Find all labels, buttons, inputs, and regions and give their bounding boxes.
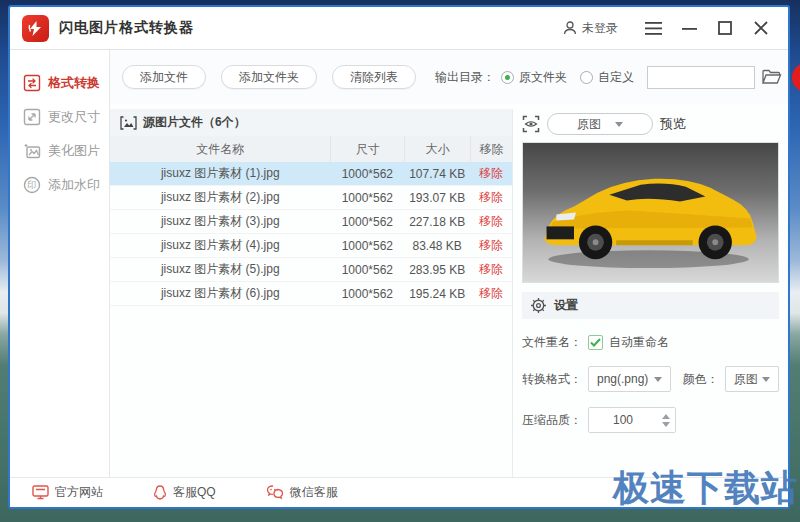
footer-link-label: 官方网站 — [55, 484, 103, 501]
output-custom-radio[interactable]: 自定义 — [580, 69, 634, 86]
table-row[interactable]: jisuxz 图片素材 (4).jpg 1000*562 83.48 KB 移除 — [110, 234, 512, 258]
footer-link-label: 客服QQ — [173, 484, 216, 501]
settings-title: 设置 — [554, 297, 578, 314]
file-dimensions: 1000*562 — [330, 282, 404, 305]
column-dimensions: 尺寸 — [330, 136, 404, 162]
add-folder-button[interactable]: 添加文件夹 — [221, 65, 317, 89]
column-remove: 移除 — [470, 136, 512, 162]
file-name: jisuxz 图片素材 (6).jpg — [110, 282, 330, 305]
minimize-button[interactable] — [674, 15, 704, 41]
settings-header: 设置 — [522, 292, 779, 319]
quality-stepper — [588, 407, 676, 433]
remove-link[interactable]: 移除 — [479, 285, 503, 302]
file-size: 227.18 KB — [404, 210, 470, 233]
chevron-down-icon — [654, 377, 662, 382]
color-select[interactable]: 原图 — [725, 366, 779, 392]
color-value: 原图 — [734, 371, 758, 388]
qq-icon — [153, 485, 167, 501]
file-dimensions: 1000*562 — [330, 186, 404, 209]
maximize-button[interactable] — [710, 15, 740, 41]
source-files-header: 源图片文件（6个） — [110, 109, 512, 136]
file-size: 107.74 KB — [404, 162, 470, 185]
add-file-button[interactable]: 添加文件 — [122, 65, 206, 89]
remove-link[interactable]: 移除 — [479, 261, 503, 278]
start-convert-button[interactable]: 开始转换 — [792, 63, 800, 92]
output-path-input[interactable] — [647, 66, 755, 89]
chevron-down-icon — [762, 377, 770, 382]
file-name: jisuxz 图片素材 (5).jpg — [110, 258, 330, 281]
sidebar-item-beautify[interactable]: 美化图片 — [10, 134, 109, 168]
color-label: 颜色： — [683, 371, 719, 388]
table-row[interactable]: jisuxz 图片素材 (6).jpg 1000*562 195.24 KB 移… — [110, 282, 512, 306]
browse-folder-button[interactable] — [762, 69, 782, 85]
table-row[interactable]: jisuxz 图片素材 (5).jpg 1000*562 283.95 KB 移… — [110, 258, 512, 282]
preview-mode-value: 原图 — [577, 116, 601, 133]
app-logo-icon — [22, 15, 49, 42]
preview-image — [522, 142, 779, 283]
table-row[interactable]: jisuxz 图片素材 (1).jpg 1000*562 107.74 KB 移… — [110, 162, 512, 186]
sidebar-item-label: 更改尺寸 — [48, 108, 100, 126]
format-convert-icon — [23, 74, 41, 92]
spin-down-icon[interactable] — [662, 422, 670, 427]
wechat-service-link[interactable]: 微信客服 — [266, 484, 338, 501]
output-original-radio[interactable]: 原文件夹 — [501, 69, 567, 86]
car-photo — [523, 143, 778, 282]
source-files-panel: 源图片文件（6个） 文件名称 尺寸 大小 移除 jisuxz 图片素材 (1).… — [110, 109, 513, 477]
file-name: jisuxz 图片素材 (2).jpg — [110, 186, 330, 209]
preview-mode-select[interactable]: 原图 — [547, 113, 653, 135]
preview-panel: 原图 预览 — [513, 109, 788, 477]
chevron-down-icon — [615, 122, 623, 127]
remove-link[interactable]: 移除 — [479, 213, 503, 230]
table-row[interactable]: jisuxz 图片素材 (2).jpg 1000*562 193.07 KB 移… — [110, 186, 512, 210]
remove-link[interactable]: 移除 — [479, 189, 503, 206]
auto-rename-checkbox[interactable] — [588, 335, 603, 350]
file-size: 83.48 KB — [404, 234, 470, 257]
format-select[interactable]: png(.png) — [588, 366, 671, 392]
beautify-image-icon — [23, 142, 41, 160]
add-watermark-icon: 印 — [23, 176, 41, 194]
radio-unchecked-icon — [580, 71, 593, 84]
remove-link[interactable]: 移除 — [479, 165, 503, 182]
sidebar-item-format-convert[interactable]: 格式转换 — [10, 66, 109, 100]
user-icon — [562, 20, 578, 36]
gear-icon — [530, 297, 547, 314]
sidebar-item-label: 美化图片 — [48, 142, 100, 160]
file-size: 193.07 KB — [404, 186, 470, 209]
login-button[interactable]: 未登录 — [562, 20, 618, 37]
sidebar-item-watermark[interactable]: 印 添加水印 — [10, 168, 109, 202]
column-size: 大小 — [404, 136, 470, 162]
table-header: 文件名称 尺寸 大小 移除 — [110, 136, 512, 162]
spin-up-icon[interactable] — [662, 414, 670, 419]
footer-link-label: 微信客服 — [290, 484, 338, 501]
titlebar: 闪电图片格式转换器 未登录 — [10, 7, 788, 49]
file-name: jisuxz 图片素材 (1).jpg — [110, 162, 330, 185]
sidebar-item-label: 格式转换 — [48, 74, 100, 92]
wechat-icon — [266, 485, 284, 500]
file-dimensions: 1000*562 — [330, 234, 404, 257]
source-files-title: 源图片文件（6个） — [143, 114, 246, 131]
file-name: jisuxz 图片素材 (3).jpg — [110, 210, 330, 233]
monitor-icon — [32, 485, 49, 500]
file-size: 283.95 KB — [404, 258, 470, 281]
menu-icon[interactable] — [638, 15, 668, 41]
clear-list-button[interactable]: 清除列表 — [332, 65, 416, 89]
rename-label: 文件重名： — [522, 334, 588, 351]
sidebar: 格式转换 更改尺寸 美化图片 印 添加水印 — [10, 50, 110, 477]
official-site-link[interactable]: 官方网站 — [32, 484, 103, 501]
remove-link[interactable]: 移除 — [479, 237, 503, 254]
image-list-icon — [120, 116, 137, 130]
file-name: jisuxz 图片素材 (4).jpg — [110, 234, 330, 257]
preview-label: 预览 — [660, 115, 686, 133]
table-row[interactable]: jisuxz 图片素材 (3).jpg 1000*562 227.18 KB 移… — [110, 210, 512, 234]
sidebar-item-resize[interactable]: 更改尺寸 — [10, 100, 109, 134]
footer: 官方网站 客服QQ 微信客服 — [10, 477, 788, 507]
quality-label: 压缩品质： — [522, 412, 588, 429]
sidebar-item-label: 添加水印 — [48, 176, 100, 194]
qq-service-link[interactable]: 客服QQ — [153, 484, 216, 501]
toolbar: 添加文件 添加文件夹 清除列表 输出目录： 原文件夹 自定义 开始转换 — [110, 50, 788, 104]
titlebar-controls: 未登录 — [562, 15, 776, 41]
format-label: 转换格式： — [522, 371, 588, 388]
quality-input[interactable] — [589, 413, 657, 427]
close-button[interactable] — [746, 15, 776, 41]
resize-icon — [23, 108, 41, 126]
